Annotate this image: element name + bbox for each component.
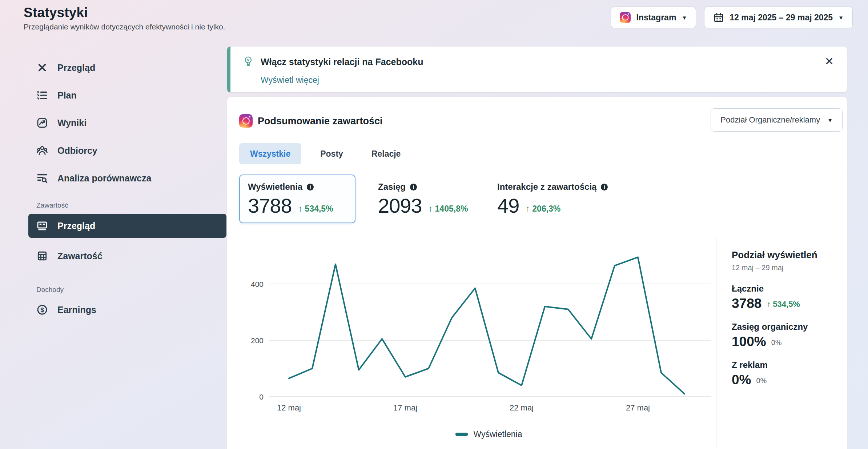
sidebar-item-label: Zawartość [57, 251, 103, 261]
sidebar: Przegląd Plan Wyniki [28, 54, 226, 324]
overview-icon [36, 62, 48, 73]
metric-value: 49 [497, 196, 519, 216]
metric-cards: Wyświetlenia i 3788 ↑ 534,5% Zasięg i [239, 175, 608, 223]
grid-table-icon [36, 250, 48, 262]
sidebar-item-results[interactable]: Wyniki [28, 109, 226, 137]
date-range-button[interactable]: 12 maj 2025 – 29 maj 2025 ▼ [704, 7, 853, 28]
sidebar-item-benchmarking[interactable]: Analiza porównawcza [28, 164, 226, 192]
chevron-down-icon: ▼ [838, 15, 844, 21]
breakdown-dropdown[interactable]: Podział Organiczne/reklamy ▼ [711, 108, 843, 132]
metric-label: Interakcje z zawartością i [497, 182, 608, 192]
banner-title: Włącz statystyki relacji na Facebooku [261, 57, 423, 67]
metric-card-reach[interactable]: Zasięg i 2093 ↑ 1405,8% [378, 175, 487, 216]
sidebar-item-label: Analiza porównawcza [57, 173, 151, 184]
sidebar-item-audience[interactable]: Odbiorcy [28, 137, 226, 164]
page-subtitle: Przeglądanie wyników dotyczących efektyw… [24, 23, 225, 31]
panel-date-range: 12 maj – 29 maj [732, 264, 841, 272]
chevron-down-icon: ▼ [682, 15, 687, 21]
instagram-icon [239, 114, 253, 128]
svg-text:200: 200 [251, 336, 264, 345]
sidebar-item-label: Odbiorcy [57, 145, 97, 156]
metric-delta: ↑ 534,5% [298, 204, 333, 216]
panel-title: Podział wyświetleń [732, 249, 841, 261]
info-icon[interactable]: i [601, 184, 608, 191]
content-tabs: Wszystkie Posty Relacje [239, 143, 410, 164]
metric-value: 2093 [378, 196, 422, 216]
sidebar-item-label: Przegląd [57, 221, 95, 231]
sidebar-section-content: Zawartość [36, 201, 226, 209]
views-breakdown-panel: Podział wyświetleń 12 maj – 29 maj Łączn… [732, 249, 841, 386]
panel-row-delta: ↑ 534,5% [767, 300, 800, 310]
content-summary-card: Podsumowanie zawartości Podział Organicz… [227, 97, 847, 449]
info-icon[interactable]: i [410, 184, 417, 191]
ordered-list-icon [36, 89, 48, 101]
sidebar-item-content[interactable]: Zawartość [28, 242, 226, 270]
metric-label: Wyświetlenia i [248, 182, 347, 192]
svg-text:17 maj: 17 maj [393, 403, 417, 412]
panel-row-label: Z reklam [732, 360, 841, 370]
instagram-icon [620, 12, 631, 23]
lines-magnifier-icon [36, 172, 48, 184]
sidebar-item-plan[interactable]: Plan [28, 81, 226, 109]
svg-text:400: 400 [251, 280, 264, 288]
close-icon[interactable]: ✕ [825, 56, 834, 67]
sidebar-item-overview[interactable]: Przegląd [28, 54, 226, 81]
trend-chart-icon [36, 117, 48, 129]
page-title: Statystyki [24, 5, 88, 20]
sidebar-item-label: Earnings [57, 305, 96, 315]
up-arrow-icon: ↑ [767, 300, 771, 309]
panel-row-label: Łącznie [732, 284, 841, 294]
sidebar-item-label: Plan [57, 90, 77, 101]
tab-stories[interactable]: Relacje [362, 143, 410, 164]
info-icon[interactable]: i [307, 184, 314, 191]
up-arrow-icon: ↑ [298, 204, 303, 214]
platform-selector-label: Instagram [636, 13, 676, 23]
card-title: Podsumowanie zawartości [258, 116, 383, 127]
panel-row-value: 0% [732, 373, 751, 386]
people-icon [36, 145, 48, 156]
svg-text:$: $ [40, 306, 44, 313]
breakdown-dropdown-label: Podział Organiczne/reklamy [720, 115, 820, 125]
date-range-label: 12 maj 2025 – 29 maj 2025 [730, 13, 833, 23]
metric-delta: ↑ 206,3% [526, 204, 560, 216]
sidebar-item-earnings[interactable]: $ Earnings [28, 296, 226, 324]
up-arrow-icon: ↑ [526, 204, 530, 214]
sidebar-section-income: Dochody [36, 286, 226, 294]
metric-card-interactions[interactable]: Interakcje z zawartością i 49 ↑ 206,3% [497, 175, 608, 216]
sidebar-item-content-overview[interactable]: Przegląd [28, 214, 226, 238]
metric-card-views[interactable]: Wyświetlenia i 3788 ↑ 534,5% [239, 175, 355, 223]
panel-divider [716, 238, 716, 447]
legend-swatch [455, 433, 468, 436]
sidebar-item-label: Przegląd [57, 63, 95, 73]
panel-row-value: 100% [732, 335, 766, 348]
banner-see-more-link[interactable]: Wyświetl więcej [261, 75, 319, 85]
panel-row-label: Zasięg organiczny [732, 322, 841, 332]
dollar-circle-icon: $ [36, 304, 48, 316]
metric-label: Zasięg i [378, 182, 487, 192]
top-actions: Instagram ▼ 12 maj 2025 – 29 maj 2025 ▼ [611, 7, 853, 28]
views-line-chart[interactable]: 020040012 maj17 maj22 maj27 maj [245, 238, 732, 413]
tab-all[interactable]: Wszystkie [239, 143, 301, 164]
sidebar-item-label: Wyniki [57, 118, 87, 128]
up-arrow-icon: ↑ [429, 204, 433, 214]
statistics-page: Statystyki Przeglądanie wyników dotycząc… [0, 0, 868, 449]
lightbulb-icon [242, 55, 254, 67]
tab-posts[interactable]: Posty [311, 143, 353, 164]
platform-selector-button[interactable]: Instagram ▼ [611, 7, 696, 28]
legend-label: Wyświetlenia [473, 429, 522, 439]
panel-row-value: 3788 [732, 297, 761, 310]
chevron-down-icon: ▼ [827, 117, 833, 123]
content-card-icon [36, 220, 48, 232]
calendar-icon [713, 12, 724, 23]
svg-text:22 maj: 22 maj [510, 403, 534, 412]
chart-legend: Wyświetlenia [245, 429, 732, 439]
metric-value: 3788 [248, 196, 292, 216]
panel-row-delta: 0% [756, 377, 767, 386]
svg-text:0: 0 [259, 393, 264, 401]
facebook-stories-banner: Włącz statystyki relacji na Facebooku Wy… [227, 47, 847, 92]
svg-text:27 maj: 27 maj [626, 403, 650, 412]
metric-delta: ↑ 1405,8% [429, 204, 468, 216]
panel-row-delta: 0% [771, 338, 782, 348]
svg-text:12 maj: 12 maj [277, 403, 301, 412]
